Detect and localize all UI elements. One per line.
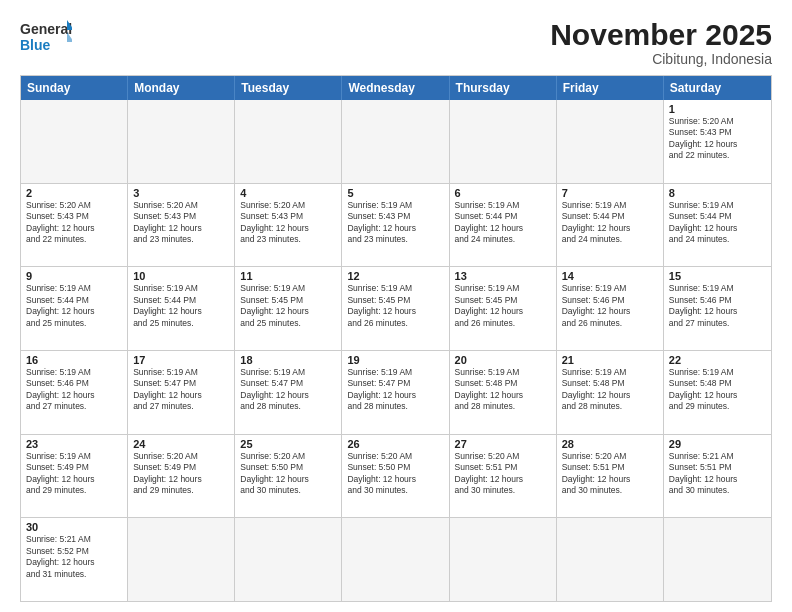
- calendar-week-3: 9Sunrise: 5:19 AM Sunset: 5:44 PM Daylig…: [21, 267, 771, 351]
- day-number: 2: [26, 187, 122, 199]
- header-day-wednesday: Wednesday: [342, 76, 449, 100]
- day-number: 9: [26, 270, 122, 282]
- header-day-friday: Friday: [557, 76, 664, 100]
- main-title: November 2025: [550, 18, 772, 51]
- day-info: Sunrise: 5:20 AM Sunset: 5:43 PM Dayligh…: [133, 200, 229, 246]
- calendar-cell: 3Sunrise: 5:20 AM Sunset: 5:43 PM Daylig…: [128, 184, 235, 267]
- calendar-cell: 20Sunrise: 5:19 AM Sunset: 5:48 PM Dayli…: [450, 351, 557, 434]
- day-info: Sunrise: 5:19 AM Sunset: 5:47 PM Dayligh…: [133, 367, 229, 413]
- day-number: 5: [347, 187, 443, 199]
- calendar-cell: 14Sunrise: 5:19 AM Sunset: 5:46 PM Dayli…: [557, 267, 664, 350]
- calendar-cell: 13Sunrise: 5:19 AM Sunset: 5:45 PM Dayli…: [450, 267, 557, 350]
- calendar-cell: 8Sunrise: 5:19 AM Sunset: 5:44 PM Daylig…: [664, 184, 771, 267]
- calendar-cell: [557, 100, 664, 183]
- day-number: 24: [133, 438, 229, 450]
- day-info: Sunrise: 5:20 AM Sunset: 5:43 PM Dayligh…: [669, 116, 766, 162]
- calendar-cell: 11Sunrise: 5:19 AM Sunset: 5:45 PM Dayli…: [235, 267, 342, 350]
- day-info: Sunrise: 5:19 AM Sunset: 5:44 PM Dayligh…: [669, 200, 766, 246]
- calendar-header: SundayMondayTuesdayWednesdayThursdayFrid…: [21, 76, 771, 100]
- calendar-week-6: 30Sunrise: 5:21 AM Sunset: 5:52 PM Dayli…: [21, 518, 771, 601]
- calendar-cell: 23Sunrise: 5:19 AM Sunset: 5:49 PM Dayli…: [21, 435, 128, 518]
- day-number: 18: [240, 354, 336, 366]
- day-info: Sunrise: 5:19 AM Sunset: 5:47 PM Dayligh…: [347, 367, 443, 413]
- day-info: Sunrise: 5:19 AM Sunset: 5:45 PM Dayligh…: [347, 283, 443, 329]
- day-number: 23: [26, 438, 122, 450]
- header-day-sunday: Sunday: [21, 76, 128, 100]
- calendar: SundayMondayTuesdayWednesdayThursdayFrid…: [20, 75, 772, 602]
- day-number: 28: [562, 438, 658, 450]
- day-info: Sunrise: 5:20 AM Sunset: 5:43 PM Dayligh…: [240, 200, 336, 246]
- calendar-cell: [235, 518, 342, 601]
- day-info: Sunrise: 5:19 AM Sunset: 5:45 PM Dayligh…: [240, 283, 336, 329]
- calendar-cell: 6Sunrise: 5:19 AM Sunset: 5:44 PM Daylig…: [450, 184, 557, 267]
- day-info: Sunrise: 5:20 AM Sunset: 5:50 PM Dayligh…: [347, 451, 443, 497]
- day-number: 30: [26, 521, 122, 533]
- day-info: Sunrise: 5:19 AM Sunset: 5:47 PM Dayligh…: [240, 367, 336, 413]
- day-number: 11: [240, 270, 336, 282]
- logo-svg: General Blue: [20, 18, 72, 56]
- logo: General Blue: [20, 18, 72, 56]
- day-number: 22: [669, 354, 766, 366]
- calendar-cell: [21, 100, 128, 183]
- day-info: Sunrise: 5:19 AM Sunset: 5:44 PM Dayligh…: [26, 283, 122, 329]
- calendar-cell: 1Sunrise: 5:20 AM Sunset: 5:43 PM Daylig…: [664, 100, 771, 183]
- day-number: 29: [669, 438, 766, 450]
- calendar-cell: 7Sunrise: 5:19 AM Sunset: 5:44 PM Daylig…: [557, 184, 664, 267]
- day-info: Sunrise: 5:19 AM Sunset: 5:48 PM Dayligh…: [562, 367, 658, 413]
- calendar-cell: 24Sunrise: 5:20 AM Sunset: 5:49 PM Dayli…: [128, 435, 235, 518]
- day-info: Sunrise: 5:19 AM Sunset: 5:48 PM Dayligh…: [669, 367, 766, 413]
- day-number: 13: [455, 270, 551, 282]
- day-info: Sunrise: 5:19 AM Sunset: 5:44 PM Dayligh…: [133, 283, 229, 329]
- day-info: Sunrise: 5:20 AM Sunset: 5:43 PM Dayligh…: [26, 200, 122, 246]
- calendar-cell: [450, 518, 557, 601]
- svg-text:Blue: Blue: [20, 37, 51, 53]
- calendar-cell: 29Sunrise: 5:21 AM Sunset: 5:51 PM Dayli…: [664, 435, 771, 518]
- calendar-cell: [128, 518, 235, 601]
- day-info: Sunrise: 5:19 AM Sunset: 5:46 PM Dayligh…: [669, 283, 766, 329]
- calendar-cell: 5Sunrise: 5:19 AM Sunset: 5:43 PM Daylig…: [342, 184, 449, 267]
- day-info: Sunrise: 5:21 AM Sunset: 5:52 PM Dayligh…: [26, 534, 122, 580]
- title-block: November 2025 Cibitung, Indonesia: [550, 18, 772, 67]
- page-header: General Blue November 2025 Cibitung, Ind…: [20, 18, 772, 67]
- calendar-body: 1Sunrise: 5:20 AM Sunset: 5:43 PM Daylig…: [21, 100, 771, 601]
- day-number: 14: [562, 270, 658, 282]
- calendar-cell: [235, 100, 342, 183]
- calendar-cell: [342, 100, 449, 183]
- day-info: Sunrise: 5:20 AM Sunset: 5:51 PM Dayligh…: [562, 451, 658, 497]
- calendar-cell: [557, 518, 664, 601]
- day-info: Sunrise: 5:19 AM Sunset: 5:46 PM Dayligh…: [562, 283, 658, 329]
- day-info: Sunrise: 5:19 AM Sunset: 5:44 PM Dayligh…: [562, 200, 658, 246]
- day-info: Sunrise: 5:20 AM Sunset: 5:50 PM Dayligh…: [240, 451, 336, 497]
- calendar-cell: 30Sunrise: 5:21 AM Sunset: 5:52 PM Dayli…: [21, 518, 128, 601]
- subtitle: Cibitung, Indonesia: [550, 51, 772, 67]
- day-number: 26: [347, 438, 443, 450]
- calendar-cell: [450, 100, 557, 183]
- day-number: 1: [669, 103, 766, 115]
- calendar-week-5: 23Sunrise: 5:19 AM Sunset: 5:49 PM Dayli…: [21, 435, 771, 519]
- day-number: 25: [240, 438, 336, 450]
- day-number: 7: [562, 187, 658, 199]
- calendar-cell: [664, 518, 771, 601]
- day-number: 4: [240, 187, 336, 199]
- day-info: Sunrise: 5:19 AM Sunset: 5:43 PM Dayligh…: [347, 200, 443, 246]
- calendar-cell: 17Sunrise: 5:19 AM Sunset: 5:47 PM Dayli…: [128, 351, 235, 434]
- calendar-cell: 9Sunrise: 5:19 AM Sunset: 5:44 PM Daylig…: [21, 267, 128, 350]
- calendar-cell: 25Sunrise: 5:20 AM Sunset: 5:50 PM Dayli…: [235, 435, 342, 518]
- calendar-cell: 22Sunrise: 5:19 AM Sunset: 5:48 PM Dayli…: [664, 351, 771, 434]
- calendar-cell: 28Sunrise: 5:20 AM Sunset: 5:51 PM Dayli…: [557, 435, 664, 518]
- day-number: 3: [133, 187, 229, 199]
- day-info: Sunrise: 5:19 AM Sunset: 5:49 PM Dayligh…: [26, 451, 122, 497]
- header-day-monday: Monday: [128, 76, 235, 100]
- calendar-cell: 15Sunrise: 5:19 AM Sunset: 5:46 PM Dayli…: [664, 267, 771, 350]
- calendar-week-2: 2Sunrise: 5:20 AM Sunset: 5:43 PM Daylig…: [21, 184, 771, 268]
- day-number: 27: [455, 438, 551, 450]
- day-number: 8: [669, 187, 766, 199]
- header-day-tuesday: Tuesday: [235, 76, 342, 100]
- day-info: Sunrise: 5:19 AM Sunset: 5:45 PM Dayligh…: [455, 283, 551, 329]
- calendar-cell: 12Sunrise: 5:19 AM Sunset: 5:45 PM Dayli…: [342, 267, 449, 350]
- day-number: 17: [133, 354, 229, 366]
- calendar-cell: 26Sunrise: 5:20 AM Sunset: 5:50 PM Dayli…: [342, 435, 449, 518]
- day-info: Sunrise: 5:20 AM Sunset: 5:51 PM Dayligh…: [455, 451, 551, 497]
- calendar-cell: 10Sunrise: 5:19 AM Sunset: 5:44 PM Dayli…: [128, 267, 235, 350]
- day-info: Sunrise: 5:20 AM Sunset: 5:49 PM Dayligh…: [133, 451, 229, 497]
